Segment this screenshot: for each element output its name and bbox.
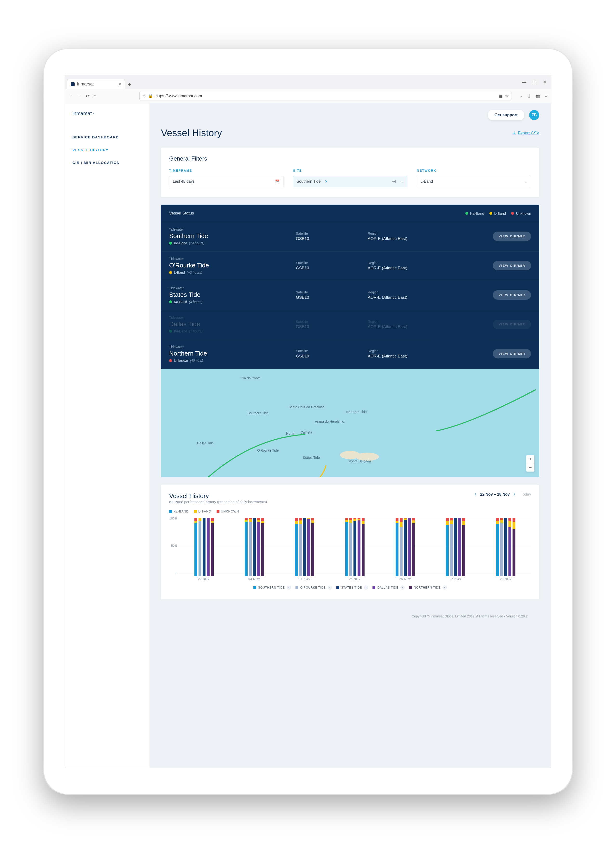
lock-icon: 🔒: [148, 93, 153, 98]
shield-icon: ◇: [142, 93, 145, 98]
vessel-group: Tidewater: [169, 286, 291, 290]
browser-window: Inmarsat ✕ + — ▢ ✕ ← → ⟳ ⌂ ◇ 🔒 https://w…: [65, 75, 551, 768]
map-label: Angra do Heroísmo: [315, 420, 344, 423]
chart-bar: [396, 518, 399, 576]
pocket-icon[interactable]: ⌄: [519, 93, 523, 99]
star-icon[interactable]: ☆: [505, 93, 509, 98]
x-axis-label: 27 NOV: [450, 577, 462, 581]
vessel-group: Tidewater: [169, 257, 291, 261]
status-legend: Ka-Band L-Band Unknown: [465, 211, 531, 216]
grid-icon[interactable]: ▦: [499, 93, 503, 98]
remove-series-icon[interactable]: ×: [400, 585, 405, 590]
vessel-band: Unknown: [174, 359, 188, 363]
series-pill[interactable]: SOUTHERN TIDE×: [254, 585, 291, 590]
vessel-name: States Tide: [169, 291, 291, 298]
zoom-in-button[interactable]: +: [526, 455, 534, 463]
back-icon[interactable]: ←: [69, 93, 73, 98]
browser-tab-bar: Inmarsat ✕ + — ▢ ✕: [65, 75, 551, 89]
map-track-label: Dallas Tide: [197, 441, 214, 445]
chart-bar: [299, 518, 302, 576]
export-csv-link[interactable]: ⤓ Export CSV: [513, 131, 539, 135]
zoom-out-button[interactable]: −: [526, 463, 534, 471]
map-track-label: Southern Tide: [248, 411, 268, 415]
vessel-name: Dallas Tide: [169, 320, 291, 328]
chart-bar: [513, 518, 515, 576]
vessel-band: Ka-Band: [174, 300, 187, 304]
status-dot-icon: [169, 271, 172, 274]
vessel-satellite: GSB10: [296, 354, 363, 359]
home-icon[interactable]: ⌂: [94, 93, 97, 98]
clear-chip-icon[interactable]: ✕: [325, 179, 328, 184]
download-icon[interactable]: ⤓: [528, 93, 531, 99]
nav-service-dashboard[interactable]: SERVICE DASHBOARD: [72, 131, 142, 144]
network-input[interactable]: L-Band ⌄: [417, 176, 531, 187]
avatar[interactable]: ZB: [529, 110, 539, 120]
close-window-icon[interactable]: ✕: [543, 79, 547, 85]
series-pill[interactable]: DALLAS TIDE×: [373, 585, 405, 590]
timeframe-label: TIMEFRAME: [169, 169, 283, 172]
next-range-button[interactable]: 〉: [513, 492, 517, 496]
site-input[interactable]: Southern Tide ✕ +4 ⌄: [293, 176, 408, 187]
url-bar[interactable]: ◇ 🔒 https://www.inmarsat.com ▦ ☆: [139, 92, 512, 100]
close-tab-icon[interactable]: ✕: [118, 82, 121, 87]
series-name: NORTHERN TIDE: [414, 586, 441, 589]
nav-vessel-history[interactable]: VESSEL HISTORY: [72, 144, 142, 156]
reload-icon[interactable]: ⟳: [86, 93, 89, 99]
chart-bar: [198, 518, 201, 576]
remove-series-icon[interactable]: ×: [287, 585, 291, 590]
map-track-label: O'Rourke Tide: [257, 448, 279, 452]
timeframe-input[interactable]: Last 45 days 📅: [169, 176, 283, 187]
today-button[interactable]: Today: [521, 492, 531, 496]
view-cir-mir-button[interactable]: VIEW CIR/MIR: [493, 290, 531, 300]
legend-ka-text: Ka-BAND: [173, 510, 189, 513]
x-axis-label: 34 NOV: [299, 577, 311, 581]
maximize-icon[interactable]: ▢: [532, 79, 537, 85]
browser-tab[interactable]: Inmarsat ✕: [67, 79, 125, 89]
menu-icon[interactable]: ≡: [545, 93, 547, 98]
remove-series-icon[interactable]: ×: [328, 585, 332, 590]
col-satellite-label: Satellite: [296, 232, 363, 235]
vessel-name: Northern Tide: [169, 350, 291, 357]
chart-bar: [257, 518, 260, 576]
apps-icon[interactable]: ▦: [536, 93, 540, 99]
legend-ka: Ka-Band: [470, 211, 484, 216]
chart-bar: [362, 518, 365, 576]
chart-bar: [202, 518, 205, 576]
prev-range-button[interactable]: 〈: [473, 492, 477, 496]
minimize-icon[interactable]: —: [522, 80, 526, 85]
nav-cir-mir-allocation[interactable]: CIR / MIR ALLOCATION: [72, 156, 142, 169]
series-pill[interactable]: O'ROURKE TIDE×: [295, 585, 332, 590]
vessel-group: Tidewater: [169, 228, 291, 231]
vessel-region: AOR-E (Atlantic East): [368, 295, 465, 300]
chart-day-group: 26 NOV: [380, 518, 430, 581]
view-cir-mir-button[interactable]: VIEW CIR/MIR: [493, 261, 531, 270]
map-track-label: Northern Tide: [346, 410, 367, 414]
chart-bar: [261, 518, 264, 576]
chart-bar: [358, 518, 361, 576]
vessel-row: Tidewater O'Rourke Tide L-Band (~2 hours…: [161, 251, 539, 281]
col-region-label: Region: [368, 320, 465, 323]
series-swatch-icon: [254, 586, 256, 589]
map[interactable]: Vila do Corvo Santa Cruz da Graciosa Hor…: [161, 369, 539, 477]
chart-stack-legend: Ka-BAND L-BAND UNKNOWN: [169, 510, 531, 513]
chart-subtitle: Ka-Band performance history (proportion …: [169, 500, 267, 504]
view-cir-mir-button[interactable]: VIEW CIR/MIR: [493, 232, 531, 241]
view-cir-mir-button[interactable]: VIEW CIR/MIR: [493, 320, 531, 329]
window-controls: — ▢ ✕: [522, 75, 551, 89]
remove-series-icon[interactable]: ×: [443, 585, 447, 590]
vessel-band: Ka-Band: [174, 241, 187, 245]
get-support-button[interactable]: Get support: [488, 110, 524, 120]
date-pager: 〈 22 Nov – 28 Nov 〉 Today: [473, 492, 531, 496]
chart-day-group: 25 NOV: [330, 518, 380, 581]
chart-bar: [458, 518, 461, 576]
remove-series-icon[interactable]: ×: [364, 585, 368, 590]
new-tab-button[interactable]: +: [125, 80, 134, 89]
legend-un-text: UNKNOWN: [221, 510, 239, 513]
col-region-label: Region: [368, 232, 465, 235]
view-cir-mir-button[interactable]: VIEW CIR/MIR: [493, 349, 531, 358]
series-pill[interactable]: STATES TIDE×: [336, 585, 368, 590]
forward-icon[interactable]: →: [77, 93, 82, 98]
series-pill[interactable]: NORTHERN TIDE×: [409, 585, 447, 590]
y-tick: 0: [176, 571, 177, 575]
legend-un: Unknown: [516, 211, 531, 216]
